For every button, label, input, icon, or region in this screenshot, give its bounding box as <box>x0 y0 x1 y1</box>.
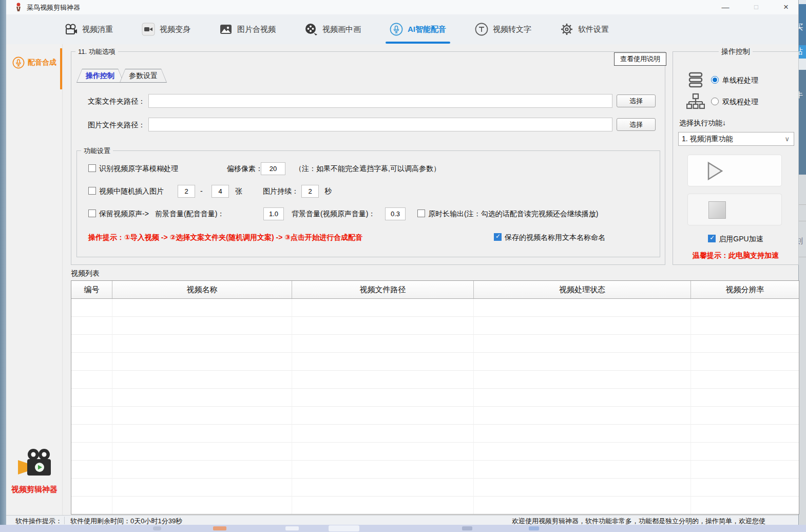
minimize-button[interactable]: — <box>717 1 734 13</box>
play-icon <box>703 160 726 182</box>
taskbar-icon[interactable] <box>153 526 161 530</box>
nav-tab-ai-dubbing[interactable]: AI智能配音 <box>390 14 446 44</box>
insert-min-input[interactable] <box>178 185 195 198</box>
text-circle-icon <box>475 23 488 36</box>
nav-tab-video-dedup[interactable]: 视频消重 <box>64 14 113 44</box>
table-row <box>71 425 799 443</box>
taskbar-icon[interactable] <box>529 526 539 530</box>
maximize-button[interactable]: □ <box>747 1 765 13</box>
status-divider <box>64 517 65 524</box>
gpu-option[interactable]: 启用GPU加速 <box>673 235 798 244</box>
column-header: 视频处理状态 <box>474 281 691 298</box>
single-thread-radio[interactable] <box>711 76 719 84</box>
column-header: 视频名称 <box>112 281 292 298</box>
table-row <box>71 371 799 389</box>
insert-images-checkbox[interactable] <box>88 187 96 195</box>
video-list-table[interactable]: 编号 视频名称 视频文件路径 视频处理状态 视频分辨率 <box>71 280 799 515</box>
tab-parameter-settings[interactable]: 参数设置 <box>120 69 167 83</box>
tab-label: 操作控制 <box>77 69 123 82</box>
nav-tab-settings[interactable]: 软件设置 <box>560 14 609 44</box>
subtitle-blur-checkbox[interactable] <box>88 164 96 172</box>
original-duration-checkbox[interactable] <box>417 210 425 217</box>
stop-button[interactable] <box>687 194 782 225</box>
select-function-label: 选择执行功能↓ <box>679 119 726 128</box>
nav-tab-label: 软件设置 <box>578 25 609 34</box>
tab-operation-control[interactable]: 操作控制 <box>76 69 124 83</box>
dual-thread-option[interactable]: 双线程处理 <box>686 93 758 110</box>
image-folder-path-label: 图片文件夹路径： <box>88 121 145 130</box>
insert-max-input[interactable] <box>212 185 229 198</box>
table-row <box>71 335 799 353</box>
sidebar-item-dubbing[interactable]: 配音合成 <box>6 51 63 74</box>
table-row <box>71 299 799 317</box>
sidebar: 配音合成 视频剪辑神器 <box>6 44 63 515</box>
bg-volume-input[interactable] <box>385 207 406 220</box>
taskbar-icon[interactable] <box>462 526 472 530</box>
function-options-groupbox: 11. 功能选项 操作控制 参数设置 文案文件夹路径： 选择 图片文件夹路径： … <box>71 51 665 265</box>
nav-tab-label: 视频变身 <box>160 25 190 34</box>
sidebar-logo-text: 视频剪辑神器 <box>6 485 63 495</box>
image-folder-path-input[interactable] <box>148 118 612 131</box>
nav-tab-video-to-text[interactable]: 视频转文字 <box>475 14 531 44</box>
function-settings-title: 功能设置 <box>81 146 113 156</box>
gpu-label: 启用GPU加速 <box>719 235 763 243</box>
text-folder-path-input[interactable] <box>148 94 612 108</box>
nav-tab-label: 视频消重 <box>82 25 113 34</box>
background-glyph: 牛 <box>799 90 803 100</box>
nav-tab-image-to-video[interactable]: 图片合视频 <box>219 14 276 44</box>
offset-pixels-input[interactable] <box>261 162 285 175</box>
keep-original-audio-label: 保留视频原声-> <box>99 210 149 218</box>
text-folder-select-button[interactable]: 选择 <box>617 94 656 107</box>
fg-volume-input[interactable] <box>263 207 284 220</box>
dual-thread-label: 双线程处理 <box>722 98 758 106</box>
table-row <box>71 407 799 425</box>
operation-control-panel: 操作控制 单线程处理 <box>673 51 799 265</box>
nav-tab-video-transform[interactable]: 视频变身 <box>142 14 190 44</box>
fg-volume-label: 前景音量(配音音量)： <box>155 210 224 219</box>
taskbar-icon[interactable] <box>213 526 226 530</box>
video-list-header: 编号 视频名称 视频文件路径 视频处理状态 视频分辨率 <box>71 281 799 299</box>
nav-tab-label: 图片合视频 <box>237 25 276 34</box>
close-button[interactable]: × <box>777 1 795 13</box>
video-list-title: 视频列表 <box>71 269 100 278</box>
keep-original-audio-checkbox[interactable] <box>88 210 96 217</box>
video-camera-logo-icon <box>16 448 53 480</box>
dual-thread-radio[interactable] <box>711 98 719 105</box>
chevron-down-icon: ∨ <box>784 132 790 145</box>
screen: 买 站 牛 刻 菜鸟视频剪辑神器 — □ × <box>0 0 806 532</box>
nav-tab-label: AI智能配音 <box>408 25 446 34</box>
image-duration-input[interactable] <box>301 185 319 198</box>
nav-tab-label: 视频转文字 <box>493 25 531 34</box>
sidebar-item-label: 配音合成 <box>28 58 56 67</box>
single-thread-option[interactable]: 单线程处理 <box>686 71 758 89</box>
view-instructions-button[interactable]: 查看使用说明 <box>614 52 666 66</box>
function-settings-groupbox: 功能设置 识别视频原字幕模糊处理 偏移像素： （注：如果不能完全遮挡字幕,可以调… <box>76 150 660 257</box>
range-dash: - <box>200 187 203 195</box>
table-row <box>71 479 799 497</box>
insert-unit-label: 张 <box>235 187 242 196</box>
nav-tab-video-pip[interactable]: 视频画中画 <box>304 14 361 44</box>
taskbar-icon[interactable] <box>329 525 359 531</box>
gpu-checkbox[interactable] <box>708 235 716 242</box>
image-icon <box>219 23 233 36</box>
app-window: 菜鸟视频剪辑神器 — □ × 视频消重 <box>6 0 799 525</box>
taskbar-icon[interactable] <box>285 526 299 530</box>
stop-icon <box>708 201 726 219</box>
start-button[interactable] <box>687 155 782 186</box>
gear-icon <box>560 23 573 36</box>
save-name-checkbox[interactable] <box>494 233 502 241</box>
image-duration-label: 图片持续： <box>263 187 299 196</box>
table-row <box>71 317 799 335</box>
single-thread-label: 单线程处理 <box>722 76 758 84</box>
camcorder-icon <box>142 23 155 36</box>
statusbar: 软件操作提示： 软件使用剩余时间：0天0小时1分39秒 欢迎使用视频剪辑神器，软… <box>6 515 798 525</box>
background-window-right-edge: 买 站 牛 刻 <box>799 0 806 525</box>
background-glyph: 刻 <box>799 236 803 246</box>
subtitle-blur-label: 识别视频原字幕模糊处理 <box>99 164 178 173</box>
image-folder-select-button[interactable]: 选择 <box>617 118 656 131</box>
save-name-label: 保存的视频名称用文本名称命名 <box>505 233 605 241</box>
function-select[interactable]: 1. 视频消重功能 ∨ <box>678 132 794 146</box>
function-options-title: 11. 功能选项 <box>75 47 118 56</box>
table-row <box>71 497 799 515</box>
offset-note: （注：如果不能完全遮挡字幕,可以调高参数） <box>295 164 440 174</box>
